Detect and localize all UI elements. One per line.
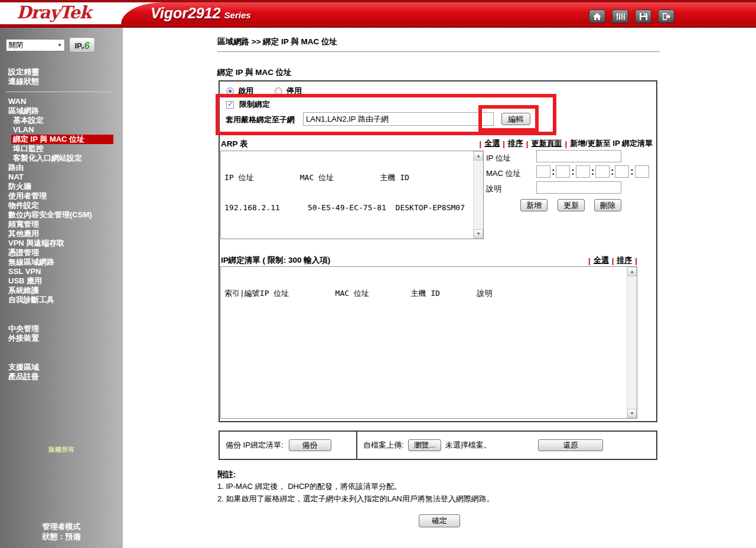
sidebar-item-applications[interactable]: 其他應用 xyxy=(0,229,123,239)
arp-sort-link[interactable]: 排序 xyxy=(508,138,523,149)
sidebar-item-external-devices[interactable]: 外接裝置 xyxy=(0,334,123,343)
settings-icon[interactable] xyxy=(612,9,628,23)
breadcrumb: 區域網路 >> 綁定 IP 與 MAC 位址 xyxy=(217,37,337,47)
logout-icon[interactable] xyxy=(658,9,674,23)
mac-address-inputs: ::::: xyxy=(536,165,649,178)
comment-input[interactable] xyxy=(536,181,621,194)
sidebar-item-ssl-vpn[interactable]: SSL VPN xyxy=(0,267,123,276)
bind-list-title: IP綁定清單 ( 限制: 300 輸入項) xyxy=(221,255,330,266)
mac-octet-input-4[interactable] xyxy=(595,165,610,178)
arp-table-scrollbar[interactable]: ▲ ▼ xyxy=(473,151,483,239)
arp-table-listbox[interactable]: IP 位址 MAC 位址 主機 ID 192.168.2.11 50-E5-49… xyxy=(220,151,484,239)
separator: | xyxy=(588,256,591,265)
separator: | xyxy=(635,256,637,265)
arp-select-all-link[interactable]: 全選 xyxy=(484,138,500,149)
sidebar-item-general-setup[interactable]: 基本設定 xyxy=(0,116,123,125)
ip-address-label: IP 位址 xyxy=(486,153,511,164)
scroll-down-icon[interactable]: ▼ xyxy=(474,229,483,239)
ip-address-input[interactable] xyxy=(536,150,621,162)
bind-list-scrollbar[interactable]: ▲ ▼ xyxy=(627,267,637,418)
update-button[interactable]: 更新 xyxy=(558,199,585,211)
disable-radio[interactable] xyxy=(275,87,282,95)
model-title: Vigor2912Series xyxy=(151,5,251,22)
save-icon[interactable] xyxy=(635,9,651,23)
strict-bind-label: 限制綁定 xyxy=(239,99,270,110)
sidebar-divider xyxy=(6,92,112,92)
bind-list-listbox[interactable]: 索引|編號IP 位址 MAC 位址 主機 ID 說明 ▲ ▼ xyxy=(220,266,637,419)
sidebar-item-lan[interactable]: 區域網路 xyxy=(0,106,123,116)
subnet-input[interactable] xyxy=(303,112,494,126)
mac-octet-input-5[interactable] xyxy=(615,165,629,178)
sidebar-item-csm[interactable]: 數位內容安全管理(CSM) xyxy=(0,210,123,220)
bind-list-link-row: | 全選 | 排序 | xyxy=(588,255,637,266)
separator: | xyxy=(612,256,614,265)
note-item-1: 1. IP-MAC 綁定後， DHCP的配發，將依該清單分配。 xyxy=(217,481,402,492)
arp-refresh-link[interactable]: 更新頁面 xyxy=(531,138,562,149)
sidebar-item-vpn-remote-access[interactable]: VPN 與遠端存取 xyxy=(0,239,123,248)
arp-table-row[interactable]: 192.168.2.11 50-E5-49-EC-75-81 DESKTOP-E… xyxy=(224,203,483,213)
bind-list-select-all-link[interactable]: 全選 xyxy=(594,255,609,266)
vigor2912-admin-page: DrayTek Vigor2912Series 關閉 xyxy=(0,0,756,548)
mac-separator: : xyxy=(571,167,574,177)
page-title: 綁定 IP 與 MAC 位址 xyxy=(217,67,292,78)
mac-separator: : xyxy=(630,167,633,177)
sidebar-item-certificate-management[interactable]: 憑證管理 xyxy=(0,248,123,257)
note-item-2: 2. 如果啟用了嚴格綁定，選定子網中未列入指定的LAN用戶將無法登入網際網路。 xyxy=(217,494,494,504)
model-series: Series xyxy=(224,10,251,20)
strict-bind-row: 限制綁定 xyxy=(226,99,270,110)
mac-octet-input-2[interactable] xyxy=(556,165,570,178)
sidebar-item-user-management[interactable]: 使用者管理 xyxy=(0,191,123,201)
enable-radio[interactable] xyxy=(226,87,234,95)
arp-link-row: | 全選 | 排序 | 更新頁面 | 新增/更新至 IP 綁定清單 xyxy=(480,138,653,149)
add-button[interactable]: 新增 xyxy=(520,199,548,211)
sidebar-item-routing[interactable]: 路由 xyxy=(0,163,123,172)
mac-octet-input-6[interactable] xyxy=(635,165,649,178)
bind-list-sort-link[interactable]: 排序 xyxy=(617,255,632,266)
sidebar-item-wireless-lan[interactable]: 無線區域網路 xyxy=(0,257,123,267)
sidebar-item-bandwidth-management[interactable]: 頻寬管理 xyxy=(0,220,123,229)
strict-bind-checkbox[interactable] xyxy=(226,101,234,109)
bind-ip-mac-panel: 啟用 停用 限制綁定 套用嚴格綁定至子網 編輯 ARP 表 | 全選 | 排序 … xyxy=(219,80,657,422)
browse-button[interactable]: 瀏覽... xyxy=(408,439,441,451)
scroll-down-icon[interactable]: ▼ xyxy=(627,409,637,418)
separator: | xyxy=(480,139,482,148)
sidebar-item-diagnostics[interactable]: 自我診斷工具 xyxy=(0,295,123,305)
sidebar-item-web-portal-setup[interactable]: 客製化入口網站設定 xyxy=(0,154,123,163)
mac-separator: : xyxy=(611,167,614,177)
arp-table-header: IP 位址 MAC 位址 主機 ID xyxy=(224,172,483,182)
separator: | xyxy=(565,139,567,148)
backup-button[interactable]: 備份 xyxy=(289,439,331,451)
sidebar: 關閉 ▼ IPv6 設定精靈 連線狀態 WAN 區域網路 基本設定 VLAN 綁… xyxy=(0,28,123,548)
sidebar-item-wan[interactable]: WAN xyxy=(0,97,123,106)
comment-label: 說明 xyxy=(486,184,501,194)
mac-octet-input-3[interactable] xyxy=(576,165,590,178)
sidebar-item-support-area[interactable]: 支援區域 xyxy=(0,363,123,372)
sidebar-item-vlan[interactable]: VLAN xyxy=(0,125,123,135)
sidebar-item-port-mirror[interactable]: 埠口監控 xyxy=(0,144,123,154)
sidebar-item-bind-ip-to-mac[interactable]: 綁定 IP 與 MAC 位址 xyxy=(11,135,113,144)
sidebar-item-usb-application[interactable]: USB 應用 xyxy=(0,276,123,286)
sidebar-item-objects-setting[interactable]: 物件設定 xyxy=(0,201,123,210)
notes-title: 附註: xyxy=(217,469,236,480)
mac-separator: : xyxy=(552,167,555,177)
sidebar-item-firewall[interactable]: 防火牆 xyxy=(0,182,123,191)
sidebar-item-product-registration[interactable]: 產品註冊 xyxy=(0,372,123,381)
restore-button[interactable]: 還原 xyxy=(538,439,603,451)
admin-mode-text: 管理者模式 xyxy=(0,521,123,531)
scroll-up-icon[interactable]: ▲ xyxy=(627,267,637,276)
scroll-up-icon[interactable]: ▲ xyxy=(474,151,483,161)
sidebar-item-central-management[interactable]: 中央管理 xyxy=(0,324,123,334)
edit-button[interactable]: 編輯 xyxy=(501,113,530,125)
model-name: Vigor2912 xyxy=(151,5,221,21)
sidebar-item-online-status[interactable]: 連線狀態 xyxy=(0,77,123,86)
ok-button[interactable]: 確定 xyxy=(419,514,460,527)
sidebar-item-system-maintenance[interactable]: 系統維護 xyxy=(0,286,123,295)
home-icon[interactable] xyxy=(589,9,605,23)
no-file-text: 未選擇檔案。 xyxy=(445,440,491,451)
delete-button[interactable]: 刪除 xyxy=(594,199,621,211)
backup-restore-panel: 備份 IP綁定清單: 備份 自檔案上傳: 瀏覽... 未選擇檔案。 還原 xyxy=(219,430,657,460)
sidebar-item-quick-start-wizard[interactable]: 設定精靈 xyxy=(0,67,123,77)
sidebar-item-nat[interactable]: NAT xyxy=(0,172,123,182)
mac-octet-input-1[interactable] xyxy=(536,165,550,178)
sidebar-footer: 管理者模式 狀態：預備 xyxy=(0,521,123,542)
